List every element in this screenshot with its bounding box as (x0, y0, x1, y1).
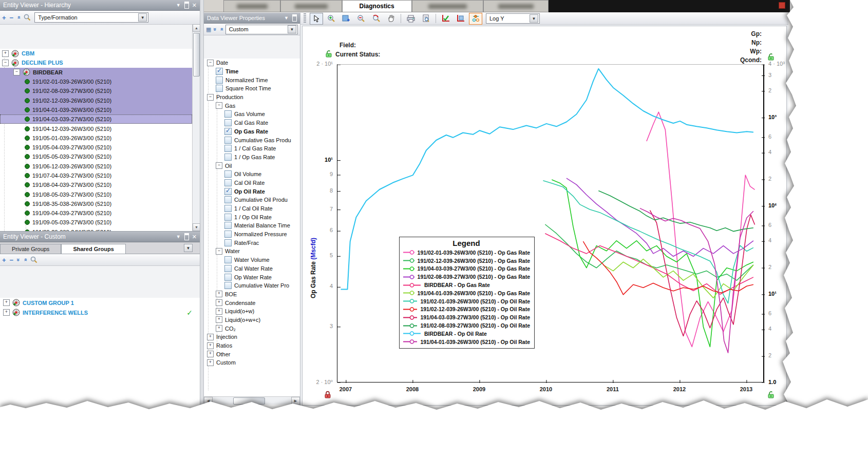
tree-expander-icon[interactable]: + (2, 50, 9, 57)
scroll-right-icon[interactable]: ▶ (291, 397, 300, 405)
tree-expander-icon[interactable]: + (207, 359, 214, 366)
zoom-out-button[interactable] (354, 13, 368, 25)
property-checkbox[interactable] (224, 205, 232, 212)
tree-expander-icon[interactable]: + (3, 309, 10, 316)
property-checkbox[interactable] (224, 214, 232, 221)
property-item[interactable]: +Custom (204, 358, 300, 367)
tree-item-well[interactable]: 191/04-12-039-26W3/00 (5210) (0, 124, 192, 133)
property-checkbox[interactable] (224, 119, 232, 126)
property-item[interactable]: −Oil (204, 161, 300, 170)
preset-dropdown[interactable]: Custom ▼ (225, 25, 298, 34)
expand-all-icon[interactable]: » (212, 28, 218, 31)
property-checkbox[interactable] (224, 282, 232, 289)
property-item[interactable]: +Liquid(o+w) (204, 307, 300, 316)
property-item[interactable]: Time (204, 67, 300, 76)
property-checkbox[interactable] (224, 188, 232, 195)
property-item[interactable]: +Ratios (204, 341, 300, 350)
tree-expander-icon[interactable]: + (207, 351, 214, 357)
log-y-dropdown[interactable]: Log Y ▼ (486, 13, 540, 24)
property-checkbox[interactable] (224, 231, 232, 238)
property-item[interactable]: −Water (204, 247, 300, 256)
property-item[interactable]: Normalized Time (204, 75, 300, 84)
property-checkbox[interactable] (224, 154, 232, 161)
property-item[interactable]: Rate/Frac (204, 238, 300, 247)
property-item[interactable]: Cumulative Gas Produ (204, 136, 300, 144)
panel-menu-icon[interactable]: ▼ (176, 234, 181, 239)
scroll-up-icon[interactable]: ▲ (193, 24, 200, 32)
property-checkbox[interactable] (224, 110, 232, 118)
expand-all-icon[interactable]: » (15, 258, 22, 261)
tree-expander-icon[interactable]: + (3, 299, 10, 306)
group-tab-private-groups[interactable]: Private Groups (0, 244, 61, 254)
property-item[interactable]: +Injection (204, 333, 300, 341)
tree-item-well[interactable]: 191/02-01-039-26W3/00 (5210) (0, 77, 192, 86)
tree-item-well[interactable]: 191/08-35-038-26W3/00 (5210) (0, 199, 192, 208)
scroll-down-icon[interactable]: ▼ (193, 223, 200, 231)
property-item[interactable]: −Production (204, 93, 300, 102)
tree-expander-icon[interactable]: − (216, 248, 222, 255)
property-item[interactable]: 1 / Cal Oil Rate (204, 204, 300, 213)
hierarchy-filter-dropdown[interactable]: Type/Formation ▼ (34, 12, 148, 23)
tree-expander-icon[interactable]: + (216, 316, 222, 323)
property-checkbox[interactable] (224, 239, 232, 246)
property-item[interactable]: Material Balance Time (204, 221, 300, 230)
collapse-all-icon[interactable]: » (218, 28, 224, 31)
property-item[interactable]: Water Volume (204, 256, 300, 264)
zoom-reset-button[interactable] (369, 13, 383, 25)
plot-area[interactable]: Legend 191/02-01-039-26W3/00 (5210) - Op… (337, 64, 764, 382)
property-item[interactable]: −Gas (204, 101, 300, 110)
property-item[interactable]: Op Gas Rate (204, 127, 300, 136)
add-group-button[interactable]: + (2, 257, 6, 263)
property-checkbox[interactable] (224, 137, 232, 144)
tree-item-well[interactable]: 191/02-08-039-27W3/00 (5210) (0, 86, 192, 95)
tree-expander-icon[interactable]: − (207, 94, 214, 101)
select-cursor-button[interactable] (310, 13, 323, 25)
tree-item-well[interactable]: 191/09-05-039-27W3/00 (5210) (0, 218, 192, 227)
property-item[interactable]: Oil Volume (204, 170, 300, 179)
tree-item-well[interactable]: 191/09-04-039-27W3/00 (5210) (0, 208, 192, 218)
property-checkbox[interactable] (224, 222, 232, 229)
property-checkbox[interactable] (224, 179, 232, 186)
scrollbar-thumb[interactable] (193, 33, 200, 76)
tree-item-group[interactable]: −DECLINE PLUS (0, 58, 192, 67)
tree-item-well[interactable]: 191/05-01-039-26W3/00 (5210) (0, 133, 192, 143)
tree-item-well[interactable]: 191/05-04-039-27W3/00 (5210) (0, 143, 192, 152)
hierarchy-scrollbar[interactable]: ▲ ▼ (192, 24, 200, 231)
print-preview-button[interactable] (419, 13, 432, 25)
tab-blurred[interactable] (280, 0, 342, 12)
property-item[interactable]: 1 / Op Gas Rate (204, 153, 300, 162)
close-icon[interactable]: ✕ (192, 234, 197, 240)
property-item[interactable]: +CO₂ (204, 324, 300, 333)
tree-expander-icon[interactable]: − (207, 60, 214, 66)
property-item[interactable]: Normalized Pressure (204, 230, 300, 239)
zoom-in-button[interactable] (325, 13, 338, 25)
tree-item-well[interactable]: 191/07-04-039-27W3/00 (5210) (0, 171, 192, 180)
tree-expander-icon[interactable]: + (207, 342, 214, 349)
collapse-all-icon[interactable]: » (15, 16, 22, 19)
tree-item-well[interactable]: 191/04-01-039-26W3/00 (5210) (0, 105, 192, 114)
property-item[interactable]: +BOE (204, 290, 300, 299)
layout-icon[interactable]: ▦ (206, 26, 211, 33)
property-checkbox[interactable] (224, 128, 232, 135)
close-icon[interactable]: ✕ (192, 2, 197, 9)
tree-item-group[interactable]: +CBM (0, 49, 192, 58)
toolbar-drag-handle[interactable] (304, 13, 306, 24)
window-close-button[interactable] (779, 2, 785, 9)
tab-diagnostics[interactable]: Diagnostics (342, 0, 412, 12)
property-item[interactable]: Op Oil Rate (204, 187, 300, 196)
property-checkbox[interactable] (216, 76, 223, 84)
property-item[interactable]: Cumulative Oil Produ (204, 196, 300, 204)
collapse-all-icon[interactable]: » (22, 258, 28, 261)
tree-item-well[interactable]: 191/02-12-039-26W3/00 (5210) (0, 95, 192, 105)
tree-expander-icon[interactable]: − (13, 69, 20, 75)
property-item[interactable]: +Other (204, 350, 300, 358)
tree-item-well[interactable]: 191/04-03-039-27W3/00 (5210) (0, 114, 192, 124)
tree-expander-icon[interactable]: + (216, 325, 222, 332)
panel-menu-icon[interactable]: ▼ (176, 3, 181, 8)
tree-expander-icon[interactable]: − (2, 60, 9, 66)
property-checkbox[interactable] (224, 196, 232, 203)
custom-group-item[interactable]: +INTERFERENCE WELLS✓ (0, 308, 200, 317)
properties-hscrollbar[interactable]: ◀ ▶ (204, 396, 300, 405)
property-item[interactable]: Square Root Time (204, 84, 300, 93)
property-item[interactable]: +Condensate (204, 298, 300, 307)
